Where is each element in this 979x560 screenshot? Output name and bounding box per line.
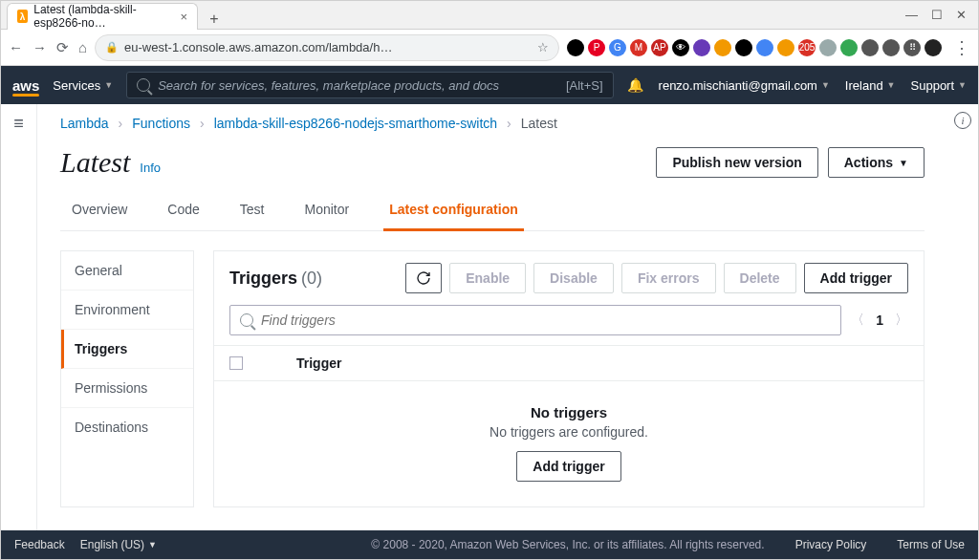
tab-test[interactable]: Test	[234, 192, 271, 230]
extension-icon[interactable]: M	[630, 39, 647, 56]
hamburger-icon[interactable]: ≡	[13, 114, 24, 134]
filter-input-wrap[interactable]	[229, 305, 841, 335]
fix-errors-button: Fix errors	[621, 263, 716, 293]
page-title: Latest	[60, 146, 130, 179]
extension-icon[interactable]: AP	[651, 39, 668, 56]
sidenav-item-environment[interactable]: Environment	[61, 291, 193, 330]
config-sidenav: GeneralEnvironmentTriggersPermissionsDes…	[60, 250, 194, 507]
extension-icon[interactable]	[819, 39, 837, 56]
home-icon[interactable]: ⌂	[78, 39, 87, 56]
sidenav-item-destinations[interactable]: Destinations	[61, 408, 193, 446]
lock-icon: 🔒	[105, 41, 119, 54]
extension-icon[interactable]: P	[588, 39, 605, 56]
extension-icon[interactable]	[693, 39, 710, 56]
info-link[interactable]: Info	[140, 161, 161, 175]
url-text: eu-west-1.console.aws.amazon.com/lambda/…	[124, 40, 392, 54]
close-tab-icon[interactable]: ×	[180, 10, 187, 24]
caret-down-icon: ▼	[104, 80, 113, 90]
breadcrumb-link[interactable]: Lambda	[60, 116, 109, 131]
extension-icon[interactable]	[777, 39, 794, 56]
empty-add-trigger-button[interactable]: Add trigger	[516, 451, 620, 482]
support-menu[interactable]: Support▼	[911, 78, 967, 93]
empty-subtitle: No triggers are configured.	[214, 424, 924, 440]
copyright: © 2008 - 2020, Amazon Web Services, Inc.…	[371, 538, 764, 551]
actions-button[interactable]: Actions▼	[828, 147, 925, 178]
region-menu[interactable]: Ireland▼	[845, 78, 896, 93]
breadcrumb-current: Latest	[521, 116, 557, 131]
aws-search-input[interactable]: Search for services, features, marketpla…	[126, 72, 613, 98]
enable-button: Enable	[449, 263, 526, 293]
caret-down-icon: ▼	[148, 540, 157, 549]
extension-icon[interactable]: 👁	[672, 39, 689, 56]
breadcrumb: Lambda›Functions›lambda-skill-esp8266-no…	[60, 116, 925, 131]
tab-overview[interactable]: Overview	[66, 192, 133, 230]
caret-down-icon: ▼	[887, 80, 896, 90]
tab-latest-configuration[interactable]: Latest configuration	[383, 192, 524, 231]
back-icon[interactable]: ←	[9, 39, 23, 56]
extension-icon[interactable]	[861, 39, 879, 56]
browser-address-bar: ← → ⟳ ⌂ 🔒 eu-west-1.console.aws.amazon.c…	[1, 30, 978, 66]
sidenav-item-triggers[interactable]: Triggers	[61, 330, 193, 369]
aws-header: aws Services▼ Search for services, featu…	[1, 66, 978, 104]
disable-button: Disable	[533, 263, 614, 293]
tab-code[interactable]: Code	[162, 192, 205, 230]
forward-icon[interactable]: →	[33, 39, 47, 56]
chevron-right-icon: ›	[507, 116, 511, 131]
minimize-icon[interactable]: —	[905, 8, 918, 22]
triggers-panel: Triggers (0) Enable Disable Fix errors D…	[213, 250, 925, 507]
browser-menu-icon[interactable]: ⋮	[953, 37, 970, 58]
panel-title: Triggers (0)	[229, 269, 322, 289]
language-menu[interactable]: English (US)▼	[80, 538, 157, 551]
refresh-button[interactable]	[405, 263, 442, 293]
notifications-icon[interactable]: 🔔	[627, 77, 643, 93]
filter-input[interactable]	[261, 312, 831, 328]
prev-page-icon[interactable]: 〈	[851, 312, 864, 329]
lambda-favicon: λ	[17, 10, 28, 23]
next-page-icon[interactable]: 〉	[895, 312, 908, 329]
tab-title: Latest (lambda-skill-esp8266-no…	[33, 3, 174, 30]
tab-bar: OverviewCodeTestMonitorLatest configurat…	[60, 192, 925, 231]
url-input[interactable]: 🔒 eu-west-1.console.aws.amazon.com/lambd…	[95, 34, 559, 61]
extension-icon[interactable]: 205	[798, 39, 816, 56]
select-all-checkbox[interactable]	[229, 356, 243, 370]
new-tab-button[interactable]: +	[204, 9, 225, 30]
extension-icon[interactable]	[567, 39, 584, 56]
extension-icon[interactable]	[714, 39, 731, 56]
pager: 〈 1 〉	[851, 312, 908, 329]
chevron-right-icon: ›	[200, 116, 205, 131]
close-window-icon[interactable]: ✕	[956, 8, 967, 22]
extension-icon[interactable]: G	[609, 39, 626, 56]
breadcrumb-link[interactable]: lambda-skill-esp8266-nodejs-smarthome-sw…	[214, 116, 497, 131]
maximize-icon[interactable]: ☐	[931, 8, 943, 22]
aws-logo[interactable]: aws	[12, 77, 39, 94]
star-icon[interactable]: ☆	[537, 40, 549, 54]
sidenav-item-permissions[interactable]: Permissions	[61, 369, 193, 408]
extension-icon[interactable]	[882, 39, 900, 56]
terms-link[interactable]: Terms of Use	[897, 538, 965, 551]
account-menu[interactable]: renzo.mischianti@gmail.com▼	[659, 78, 830, 93]
reload-icon[interactable]: ⟳	[56, 39, 69, 56]
info-panel-icon[interactable]: i	[954, 112, 971, 129]
extension-icon[interactable]	[735, 39, 752, 56]
add-trigger-button[interactable]: Add trigger	[804, 263, 908, 293]
column-header-trigger: Trigger	[296, 355, 341, 371]
extension-icon[interactable]: ⠿	[903, 39, 921, 56]
extension-icon[interactable]	[925, 39, 942, 56]
publish-version-button[interactable]: Publish new version	[656, 147, 817, 178]
feedback-link[interactable]: Feedback	[14, 538, 65, 551]
search-icon	[240, 313, 253, 327]
search-icon	[137, 78, 150, 92]
privacy-link[interactable]: Privacy Policy	[795, 538, 867, 551]
empty-title: No triggers	[214, 404, 924, 420]
tab-monitor[interactable]: Monitor	[299, 192, 356, 230]
browser-tab[interactable]: λ Latest (lambda-skill-esp8266-no… ×	[7, 3, 198, 30]
extension-icon[interactable]	[840, 39, 858, 56]
breadcrumb-link[interactable]: Functions	[132, 116, 190, 131]
aws-footer: Feedback English (US)▼ © 2008 - 2020, Am…	[1, 530, 978, 559]
sidenav-item-general[interactable]: General	[61, 251, 193, 291]
caret-down-icon: ▼	[958, 80, 967, 90]
services-menu[interactable]: Services▼	[53, 78, 113, 93]
delete-button: Delete	[724, 263, 796, 293]
extension-icon[interactable]	[756, 39, 773, 56]
caret-down-icon: ▼	[821, 80, 830, 90]
